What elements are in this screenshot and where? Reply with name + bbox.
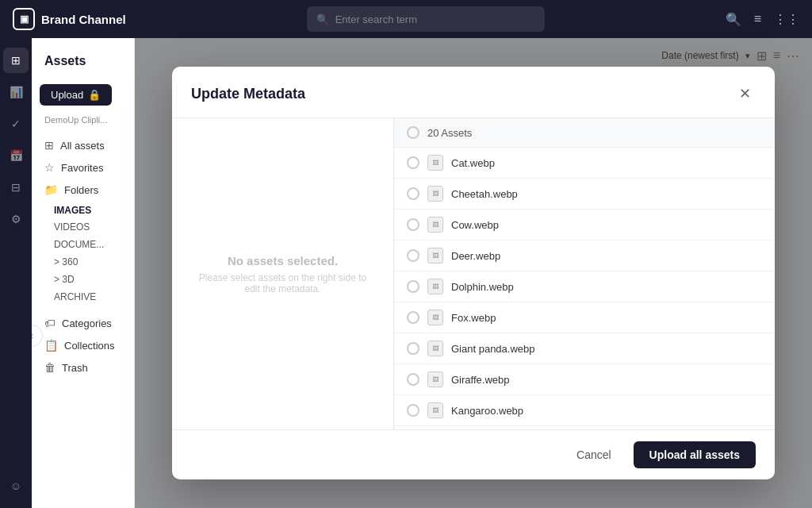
asset-row[interactable]: 🖼 Kangaroo.webp: [394, 395, 775, 426]
group-checkbox[interactable]: [407, 126, 419, 139]
search-icon-top[interactable]: 🔍: [726, 12, 741, 27]
upload-all-button[interactable]: Upload all assets: [634, 441, 756, 468]
update-metadata-modal: Update Metadata ✕ No assets selected. Pl…: [172, 67, 775, 479]
asset-name-4: Dolphin.webp: [451, 281, 514, 293]
folder-3d[interactable]: > 3D: [32, 271, 134, 288]
main-layout: ⊞ 📊 ✓ 📅 ⊟ ⚙ ☺ Assets Upload 🔒 DemoUp Cli…: [0, 38, 812, 508]
asset-row[interactable]: 🖼 Deer.webp: [394, 241, 775, 271]
all-assets-icon: ⊞: [44, 139, 54, 152]
collections-label: Collections: [64, 340, 115, 352]
asset-thumb-5: 🖼: [427, 310, 443, 325]
favorites-icon: ☆: [44, 161, 55, 174]
folder-archive[interactable]: ARCHIVE: [32, 288, 134, 306]
logo-icon: ▣: [13, 8, 35, 30]
asset-row[interactable]: 🖼 Giraffe.webp: [394, 364, 775, 395]
search-input[interactable]: [335, 13, 535, 25]
sidebar-icon-check[interactable]: ✓: [3, 111, 29, 137]
folders-label: Folders: [64, 184, 98, 196]
sidebar-icons: ⊞ 📊 ✓ 📅 ⊟ ⚙ ☺: [0, 38, 32, 508]
folder-360[interactable]: > 360: [32, 253, 134, 271]
asset-thumb-2: 🖼: [427, 217, 443, 233]
upload-button[interactable]: Upload 🔒: [40, 84, 112, 106]
asset-list-pane[interactable]: 20 Assets 🖼 Cat.webp 🖼 Cheetah.webp: [394, 118, 775, 429]
breadcrumb: DemoUp Clipli...: [32, 112, 134, 128]
search-wrapper: 🔍: [307, 6, 545, 32]
sidebar-item-collections[interactable]: 📋 Collections: [32, 334, 134, 356]
no-assets-title: No assets selected.: [228, 254, 338, 267]
trash-label: Trash: [62, 362, 88, 374]
sidebar-nav: Assets Upload 🔒 DemoUp Clipli... ⊞ All a…: [32, 38, 135, 508]
asset-checkbox-2[interactable]: [407, 218, 419, 231]
metadata-editor-pane: No assets selected. Please select assets…: [172, 118, 394, 429]
search-area: 🔍: [126, 6, 726, 32]
asset-thumb-8: 🖼: [427, 402, 443, 418]
sidebar-item-all-assets[interactable]: ⊞ All assets: [32, 134, 134, 156]
close-modal-button[interactable]: ✕: [733, 83, 756, 105]
asset-row[interactable]: 🖼 Giant panda.webp: [394, 333, 775, 364]
asset-checkbox-8[interactable]: [407, 404, 419, 417]
asset-name-3: Deer.webp: [451, 250, 500, 262]
asset-name-5: Fox.webp: [451, 312, 496, 324]
categories-icon: 🏷: [44, 317, 56, 329]
collections-icon: 📋: [44, 339, 58, 352]
asset-checkbox-5[interactable]: [407, 311, 419, 324]
modal-backdrop: Update Metadata ✕ No assets selected. Pl…: [135, 38, 812, 508]
sidebar-icon-smile[interactable]: ☺: [3, 473, 29, 498]
top-navigation: ▣ Brand Channel 🔍 🔍 ≡ ⋮⋮: [0, 0, 812, 38]
sidebar-icon-settings[interactable]: ⚙: [3, 206, 29, 232]
upload-label: Upload: [51, 89, 83, 101]
asset-row[interactable]: 🖼 Fox.webp: [394, 302, 775, 333]
asset-group-header: 20 Assets: [394, 118, 775, 148]
asset-checkbox-6[interactable]: [407, 342, 419, 355]
modal-footer: Cancel Upload all assets: [172, 429, 775, 479]
asset-row[interactable]: 🖼 Cat.webp: [394, 148, 775, 179]
assets-heading: Assets: [32, 48, 134, 75]
asset-checkbox-4[interactable]: [407, 280, 419, 293]
sidebar-item-categories[interactable]: 🏷 Categories: [32, 312, 134, 334]
asset-row[interactable]: 🖼 Cheetah.webp: [394, 179, 775, 210]
menu-icon[interactable]: ⋮⋮: [774, 12, 799, 27]
asset-thumb-7: 🖼: [427, 371, 443, 387]
folder-documents[interactable]: DOCUME...: [32, 236, 134, 253]
folders-icon: 📁: [44, 183, 58, 196]
categories-label: Categories: [62, 318, 112, 329]
search-icon: 🔍: [316, 13, 329, 25]
sidebar-icon-chart[interactable]: 📊: [3, 79, 29, 105]
app-logo: ▣ Brand Channel: [13, 8, 126, 30]
content-area: Date (newest first) ▾ ⊞ ≡ ⋯ Update Metad…: [135, 38, 812, 508]
sidebar-item-folders[interactable]: 📁 Folders: [32, 179, 134, 201]
asset-thumb-1: 🖼: [427, 186, 443, 202]
sidebar-icon-calendar[interactable]: 📅: [3, 143, 29, 168]
asset-row[interactable]: 🖼 Dolphin.webp: [394, 271, 775, 302]
app-name: Brand Channel: [41, 13, 126, 26]
modal-body: No assets selected. Please select assets…: [172, 118, 775, 429]
asset-row[interactable]: 🖼 Cow.webp: [394, 210, 775, 241]
asset-thumb-6: 🖼: [427, 341, 443, 356]
modal-title: Update Metadata: [191, 86, 305, 102]
favorites-label: Favorites: [61, 162, 103, 174]
modal-header: Update Metadata ✕: [172, 67, 775, 118]
asset-checkbox-7[interactable]: [407, 373, 419, 386]
sidebar-item-trash[interactable]: 🗑 Trash: [32, 356, 134, 379]
no-assets-subtitle: Please select assets on the right side t…: [191, 272, 374, 294]
asset-name-8: Kangaroo.webp: [451, 405, 523, 417]
asset-thumb-0: 🖼: [427, 155, 443, 171]
sidebar-item-favorites[interactable]: ☆ Favorites: [32, 156, 134, 179]
cancel-button[interactable]: Cancel: [564, 442, 624, 468]
group-label: 20 Assets: [427, 127, 472, 139]
trash-icon: 🗑: [44, 361, 56, 374]
sidebar-icon-table[interactable]: ⊟: [3, 175, 29, 200]
asset-thumb-4: 🖼: [427, 279, 443, 294]
asset-name-2: Cow.webp: [451, 219, 499, 231]
filter-icon[interactable]: ≡: [754, 12, 761, 26]
sidebar-icon-grid[interactable]: ⊞: [3, 48, 29, 73]
asset-name-6: Giant panda.webp: [451, 343, 535, 355]
asset-checkbox-3[interactable]: [407, 249, 419, 262]
asset-name-7: Giraffe.webp: [451, 374, 509, 386]
asset-name-1: Cheetah.webp: [451, 188, 518, 200]
folder-videos[interactable]: VIDEOS: [32, 218, 134, 236]
folder-images[interactable]: IMAGES: [32, 201, 134, 218]
lock-icon: 🔒: [88, 89, 101, 101]
asset-checkbox-0[interactable]: [407, 156, 419, 169]
asset-checkbox-1[interactable]: [407, 187, 419, 200]
